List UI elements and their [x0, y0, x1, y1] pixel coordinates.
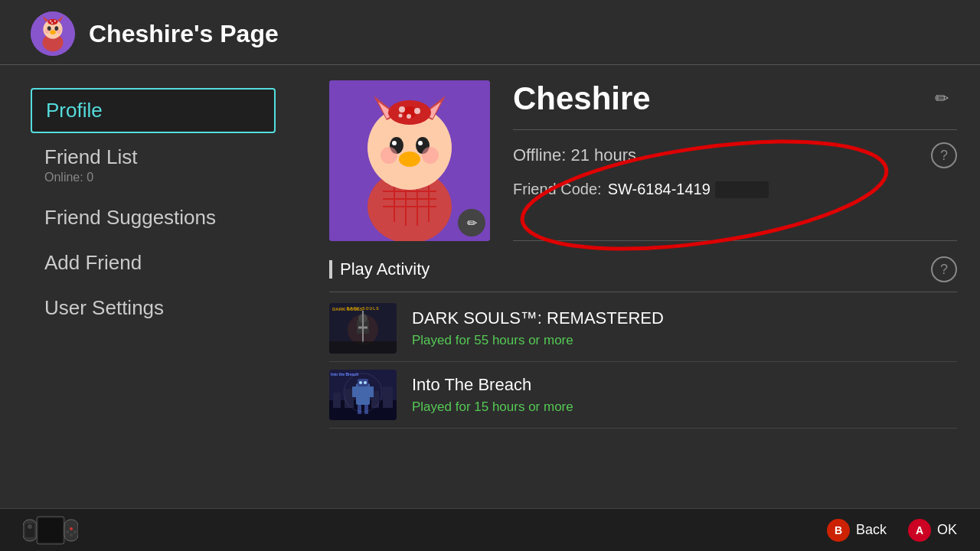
svg-point-38 — [399, 106, 405, 112]
svg-point-32 — [418, 141, 423, 145]
main-content: Profile Friend List Online: 0 Friend Sug… — [0, 65, 980, 508]
ok-button[interactable]: A OK — [908, 519, 957, 542]
svg-point-69 — [28, 524, 32, 529]
friend-code-value: SW-6184-1419 — [608, 181, 710, 198]
sidebar-item-add-friend[interactable]: Add Friend — [31, 242, 276, 284]
friend-code-label: Friend Code: — [513, 181, 602, 198]
svg-rect-64 — [364, 405, 368, 414]
a-button-circle: A — [908, 519, 931, 542]
svg-point-35 — [422, 147, 439, 164]
edit-icon: ✏ — [935, 89, 949, 109]
play-activity-section: Play Activity ? DARK SOULS — [329, 256, 957, 429]
sidebar: Profile Friend List Online: 0 Friend Sug… — [0, 65, 306, 508]
game-item-into-the-breach[interactable]: Into the Breach Into The Breach Played f… — [329, 370, 957, 429]
svg-point-39 — [414, 108, 420, 114]
game-info-into-the-breach: Into The Breach Played for 15 hours or m… — [412, 375, 957, 415]
edit-profile-button[interactable]: ✏ — [926, 83, 957, 114]
page-title: Cheshire's Page — [89, 20, 279, 48]
avatar-image — [31, 11, 75, 56]
play-activity-help-icon[interactable]: ? — [931, 256, 957, 282]
svg-point-34 — [381, 147, 397, 164]
play-activity-header: Play Activity ? — [329, 256, 957, 292]
bottom-bar: B Back A OK — [0, 508, 980, 551]
profile-name-row: Cheshire ✏ — [513, 80, 957, 130]
svg-point-40 — [407, 114, 411, 119]
game-info-dark-souls: DARK SOULS™: REMASTERED Played for 55 ho… — [412, 308, 957, 348]
play-activity-title-row: Play Activity — [329, 259, 430, 279]
svg-point-9 — [57, 29, 61, 34]
svg-point-73 — [70, 527, 73, 530]
bottom-buttons: B Back A OK — [827, 519, 957, 542]
svg-point-8 — [44, 29, 49, 34]
svg-text:Into the Breach: Into the Breach — [331, 372, 358, 377]
status-help-icon[interactable]: ? — [931, 142, 957, 168]
svg-point-74 — [66, 530, 69, 533]
profile-info: Cheshire ✏ Offline: 21 hours ? Friend Co… — [513, 80, 957, 241]
content-area: ✏ Cheshire ✏ Offline: 21 hours ? — [306, 65, 980, 508]
svg-point-33 — [399, 152, 420, 167]
header-avatar — [31, 11, 75, 56]
svg-rect-56 — [383, 386, 393, 408]
svg-point-12 — [50, 21, 51, 22]
svg-point-13 — [54, 21, 56, 22]
game-name-dark-souls: DARK SOULS™: REMASTERED — [412, 308, 957, 328]
status-text: Offline: 21 hours — [513, 145, 636, 165]
svg-point-14 — [51, 22, 53, 24]
friend-code-redacted — [715, 181, 769, 198]
edit-avatar-button[interactable]: ✏ — [458, 209, 485, 236]
svg-rect-57 — [356, 383, 370, 405]
svg-point-7 — [50, 30, 56, 34]
svg-rect-61 — [352, 386, 357, 397]
console-icon — [23, 515, 78, 546]
svg-point-31 — [392, 141, 397, 145]
back-button[interactable]: B Back — [827, 519, 887, 542]
game-thumbnail-into-the-breach: Into the Breach — [329, 370, 397, 420]
game-playtime-into-the-breach: Played for 15 hours or more — [412, 399, 957, 415]
b-button-circle: B — [827, 519, 850, 542]
game-item-dark-souls[interactable]: DARK SOULS — [329, 303, 957, 362]
game-playtime-dark-souls: Played for 55 hours or more — [412, 333, 957, 348]
svg-point-76 — [74, 530, 77, 533]
sidebar-item-friend-list[interactable]: Friend List Online: 0 — [31, 136, 276, 194]
into-the-breach-art: Into the Breach — [329, 370, 397, 420]
svg-point-59 — [359, 381, 362, 384]
edit-avatar-icon: ✏ — [467, 216, 477, 230]
svg-rect-62 — [369, 386, 374, 397]
game-name-into-the-breach: Into The Breach — [412, 375, 957, 395]
sidebar-item-profile[interactable]: Profile — [31, 88, 276, 133]
svg-point-75 — [70, 533, 73, 536]
svg-point-60 — [364, 381, 367, 384]
svg-rect-71 — [38, 518, 63, 543]
sidebar-item-friend-suggestions[interactable]: Friend Suggestions — [31, 197, 276, 239]
svg-rect-53 — [333, 393, 341, 408]
play-activity-title: Play Activity — [340, 259, 430, 279]
svg-rect-63 — [358, 405, 361, 414]
status-row: Offline: 21 hours ? — [513, 142, 957, 168]
header: Cheshire's Page — [0, 0, 980, 65]
profile-avatar-container: ✏ — [329, 80, 490, 241]
profile-top: ✏ Cheshire ✏ Offline: 21 hours ? — [329, 80, 957, 241]
sidebar-item-user-settings[interactable]: User Settings — [31, 287, 276, 329]
switch-console-icon — [23, 515, 78, 546]
profile-name: Cheshire — [513, 80, 651, 117]
play-activity-bar-decoration — [329, 260, 332, 279]
game-thumbnail-dark-souls: DARK SOULS — [329, 303, 397, 354]
svg-point-41 — [399, 114, 403, 118]
svg-rect-49 — [329, 341, 397, 354]
friend-code-row: Friend Code: SW-6184-1419 — [513, 181, 957, 198]
